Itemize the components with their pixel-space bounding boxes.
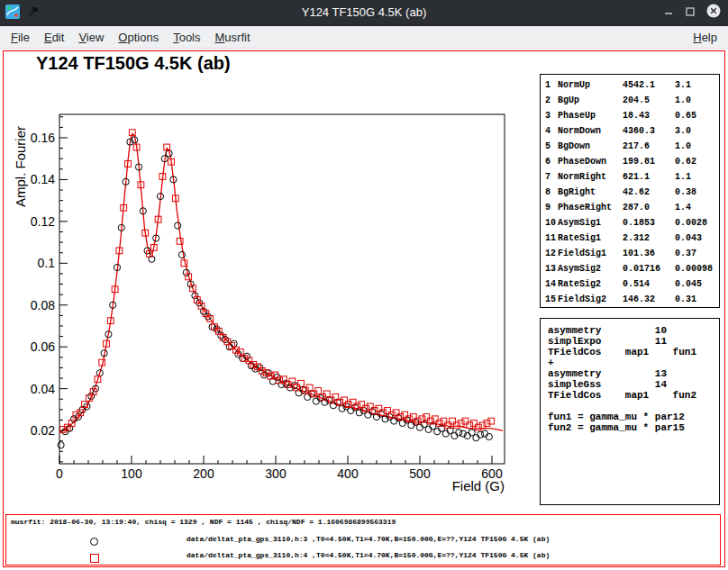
window-title: Y124 TF150G 4.5K (ab) (0, 0, 728, 25)
menu-item-tools[interactable]: Tools (166, 26, 207, 49)
param-error: 0.38 (675, 185, 719, 200)
close-icon (706, 4, 721, 22)
param-value: 204.5 (623, 93, 675, 108)
param-value: 621.1 (623, 169, 675, 185)
param-name: BgDown (558, 139, 623, 154)
menu-item-help[interactable]: Help (686, 26, 724, 49)
param-error: 1.1 (675, 169, 719, 185)
svg-text:100: 100 (121, 466, 142, 481)
legend-entry: data/deltat_pta_gps_3110,h:3 ,T0=4.50K,T… (6, 535, 720, 547)
param-name: RateSig1 (558, 231, 623, 246)
fit-parameter-row: 6PhaseDown199.810.62 (541, 154, 719, 169)
menu-item-options[interactable]: Options (111, 26, 166, 49)
param-index: 15 (545, 292, 558, 307)
param-value: 4542.1 (623, 77, 675, 93)
param-index: 11 (545, 231, 558, 246)
square-marker-icon (90, 554, 99, 563)
fit-parameter-row: 3PhaseUp18.430.65 (541, 108, 719, 123)
legend-entry: data/deltat_pta_gps_3110,h:4 ,T0=4.50K,T… (6, 551, 720, 564)
param-name: BgUp (558, 93, 623, 108)
info-pad[interactable]: musrfit: 2018-06-30, 13:19:40, chisq = 1… (5, 514, 721, 565)
theory-line: asymmetry 13 (548, 368, 719, 379)
svg-text:200: 200 (193, 466, 214, 481)
param-name: FieldSig2 (558, 292, 623, 307)
param-name: FieldSig1 (558, 246, 623, 261)
minimize-button[interactable] (663, 5, 674, 21)
fit-parameter-row: 11RateSig12.3120.043 (541, 231, 719, 246)
theory-line: + (548, 357, 719, 368)
param-name: NormDown (558, 123, 623, 139)
param-value: 199.81 (623, 154, 675, 169)
param-name: RateSig2 (558, 276, 623, 292)
fit-parameter-row: 9PhaseRight287.01.4 (541, 200, 719, 215)
svg-text:0.14: 0.14 (31, 172, 55, 186)
param-index: 9 (545, 200, 558, 215)
svg-text:0.06: 0.06 (31, 339, 55, 354)
param-error: 1.0 (675, 139, 719, 154)
menu-item-edit[interactable]: Edit (37, 26, 71, 49)
param-error: 3.0 (675, 123, 719, 139)
fit-statistics-line: musrfit: 2018-06-30, 13:19:40, chisq = 1… (11, 518, 396, 526)
param-error: 0.62 (675, 154, 719, 169)
minimize-icon (663, 5, 674, 21)
fit-parameter-row: 15FieldSig2146.320.31 (541, 292, 719, 307)
fit-parameter-row: 7NormRight621.11.1 (541, 169, 719, 185)
param-value: 0.514 (623, 276, 675, 292)
svg-text:Field (G): Field (G) (452, 478, 505, 493)
application-window: Y124 TF150G 4.5K (ab) (0, 0, 728, 570)
param-index: 10 (545, 215, 558, 231)
param-index: 2 (545, 93, 558, 108)
fit-parameter-row: 8BgRight42.620.38 (541, 185, 719, 200)
param-name: PhaseDown (558, 154, 623, 169)
theory-line: simpleGss 14 (548, 379, 719, 390)
param-name: PhaseRight (558, 200, 623, 215)
param-error: 0.65 (675, 108, 719, 123)
fit-parameter-row: 5BgDown217.61.0 (541, 139, 719, 154)
param-error: 1.0 (675, 93, 719, 108)
param-index: 6 (545, 154, 558, 169)
svg-text:300: 300 (265, 466, 287, 481)
param-index: 7 (545, 169, 558, 185)
param-error: 0.37 (675, 246, 719, 261)
param-name: NormUp (558, 77, 623, 93)
param-value: 146.32 (623, 292, 675, 307)
fit-parameter-row: 10AsymSig10.18530.0028 (541, 215, 719, 231)
svg-text:0: 0 (56, 466, 63, 481)
fit-parameter-row: 2BgUp204.51.0 (541, 93, 719, 108)
theory-line: fun2 = gamma_mu * par15 (548, 422, 719, 433)
fit-parameters-box[interactable]: 1NormUp4542.13.12BgUp204.51.03PhaseUp18.… (540, 74, 720, 308)
root-canvas[interactable]: Y124 TF150G 4.5K (ab) 010020030040050060… (3, 50, 725, 567)
fit-parameter-row: 14RateSig20.5140.045 (541, 276, 719, 292)
param-error: 0.0028 (675, 215, 719, 231)
param-value: 2.312 (623, 231, 675, 246)
svg-text:400: 400 (337, 466, 359, 481)
legend-label: data/deltat_pta_gps_3110,h:3 ,T0=4.50K,T… (187, 535, 550, 543)
circle-marker-icon (90, 538, 98, 546)
param-error: 0.045 (675, 276, 719, 292)
fit-parameter-row: 1NormUp4542.13.1 (541, 77, 719, 93)
titlebar[interactable]: Y124 TF150G 4.5K (ab) (0, 0, 728, 26)
param-name: AsymSig1 (558, 215, 623, 231)
param-index: 5 (545, 139, 558, 154)
param-index: 4 (545, 123, 558, 139)
svg-text:0.04: 0.04 (31, 382, 55, 396)
theory-line: simplExpo 11 (548, 336, 719, 347)
menu-item-file[interactable]: File (4, 26, 37, 49)
svg-text:0.08: 0.08 (31, 298, 55, 312)
param-error: 0.00098 (675, 261, 719, 276)
param-index: 8 (545, 185, 558, 200)
theory-line: fun1 = gamma_mu * par12 (548, 412, 719, 422)
menu-item-view[interactable]: View (71, 26, 111, 49)
param-error: 0.31 (675, 292, 719, 307)
menu-item-musrfit[interactable]: Musrfit (208, 26, 258, 49)
param-name: BgRight (558, 185, 623, 200)
maximize-icon (685, 5, 696, 21)
maximize-button[interactable] (685, 5, 696, 21)
theory-function-box[interactable]: asymmetry 10simplExpo 11TFieldCos map1 f… (540, 318, 720, 505)
param-error: 3.1 (675, 77, 719, 93)
svg-text:0.02: 0.02 (31, 423, 55, 438)
svg-text:500: 500 (409, 466, 431, 481)
svg-text:Ampl. Fourier: Ampl. Fourier (13, 126, 28, 207)
close-button[interactable] (706, 4, 721, 22)
svg-text:0.16: 0.16 (31, 131, 55, 145)
